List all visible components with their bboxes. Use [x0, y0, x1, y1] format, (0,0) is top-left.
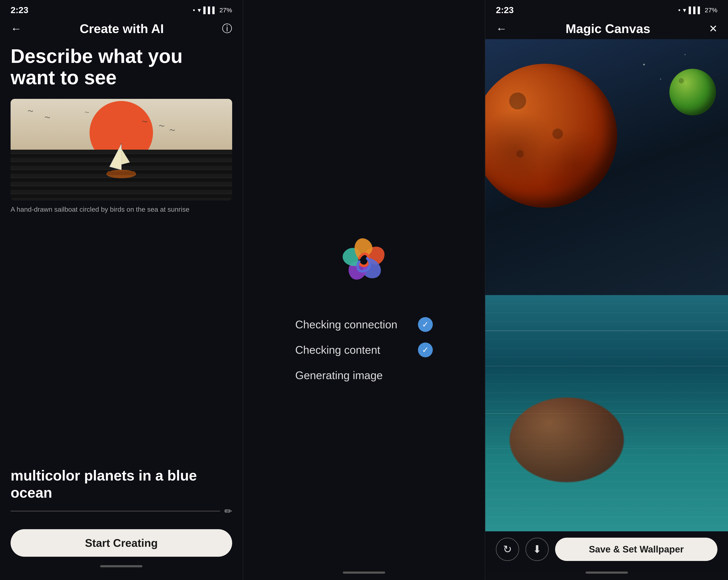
- check-content-icon: ✓: [418, 343, 433, 357]
- close-icon-3[interactable]: ✕: [709, 23, 718, 34]
- small-crater: [679, 78, 684, 83]
- home-indicator-1: [100, 565, 142, 567]
- bluetooth-icon-3: •: [678, 6, 681, 14]
- status-bar-3: 2:23 • ▾ ▌▌▌ 27%: [485, 0, 728, 18]
- page-title-3: Magic Canvas: [566, 21, 650, 36]
- wifi-icon-3: ▾: [683, 6, 686, 14]
- check-generating-label: Generating image: [295, 369, 383, 382]
- svg-marker-1: [110, 144, 121, 170]
- check-connection-label: Checking connection: [295, 318, 397, 331]
- crater-2: [552, 128, 563, 139]
- check-list: Checking connection ✓ Checking content ✓…: [295, 317, 433, 383]
- status-time-1: 2:23: [10, 5, 28, 15]
- screen1-body: Describe what you want to see 〜 〜 〜 〜 〜 …: [0, 39, 243, 580]
- ai-logo: [332, 228, 396, 292]
- planet-small: [669, 69, 716, 116]
- bluetooth-icon: •: [193, 6, 195, 14]
- download-button[interactable]: ⬇: [525, 538, 549, 561]
- wifi-icon: ▾: [198, 6, 201, 14]
- star-3: [684, 54, 686, 55]
- download-icon: ⬇: [533, 543, 542, 555]
- preview-caption: A hand-drawn sailboat circled by birds o…: [10, 205, 232, 214]
- star-2: [660, 78, 661, 80]
- edit-icon[interactable]: ✏: [224, 506, 232, 516]
- sailboat-scene: 〜 〜 〜 〜 〜 〜: [10, 99, 232, 200]
- check-item-content: Checking content ✓: [295, 343, 433, 357]
- svg-rect-4: [107, 171, 135, 175]
- sailboat-svg: [104, 137, 138, 179]
- check-content-label: Checking content: [295, 344, 380, 356]
- check-item-connection: Checking connection ✓: [295, 317, 433, 332]
- bird-2: 〜: [45, 114, 50, 122]
- foam-1: [485, 330, 728, 331]
- status-bar-2: [243, 0, 485, 18]
- start-creating-button[interactable]: Start Creating: [10, 529, 232, 557]
- prompt-underline-row: ✏: [10, 506, 232, 516]
- back-button-1[interactable]: ←: [10, 22, 22, 35]
- bird-1: 〜: [27, 107, 33, 116]
- checkmark-icon-1: ✓: [422, 320, 429, 329]
- back-button-3[interactable]: ←: [496, 22, 507, 35]
- crater-3: [516, 150, 524, 157]
- signal-icon: ▌▌▌: [203, 6, 217, 14]
- home-indicator-2: [343, 572, 385, 574]
- check-generating-icon: [418, 368, 433, 383]
- header-spacer-2: [243, 18, 485, 39]
- bottom-bar-3: ↻ ⬇ Save & Set Wallpaper: [485, 531, 728, 572]
- screen-magic-canvas: 2:23 • ▾ ▌▌▌ 27% ← Magic Canvas ✕: [485, 0, 728, 580]
- page-title-1: Create with AI: [80, 21, 164, 36]
- home-indicator-3: [586, 572, 628, 574]
- preview-card: 〜 〜 〜 〜 〜 〜: [10, 99, 232, 200]
- info-icon-1[interactable]: ⓘ: [222, 22, 232, 35]
- save-wallpaper-button[interactable]: Save & Set Wallpaper: [555, 538, 718, 561]
- status-icons-1: • ▾ ▌▌▌ 27%: [193, 6, 232, 14]
- bird-4: 〜: [159, 122, 165, 130]
- main-title-1: Describe what you want to see: [10, 46, 232, 88]
- header-1: ← Create with AI ⓘ: [0, 18, 243, 39]
- signal-icon-3: ▌▌▌: [688, 6, 702, 14]
- bird-6: 〜: [85, 109, 89, 116]
- check-connection-icon: ✓: [418, 317, 433, 332]
- battery-label: 27%: [219, 6, 232, 14]
- prompt-underline: [10, 511, 220, 511]
- screen-create-with-ai: 2:23 • ▾ ▌▌▌ 27% ← Create with AI ⓘ Desc…: [0, 0, 243, 580]
- check-item-generating: Generating image: [295, 368, 433, 383]
- status-time-3: 2:23: [496, 5, 514, 15]
- bird-3: 〜: [142, 118, 148, 126]
- screen2-body: Checking connection ✓ Checking content ✓…: [243, 39, 485, 572]
- prompt-area: multicolor planets in a blue ocean ✏: [10, 227, 232, 529]
- refresh-icon: ↻: [503, 543, 512, 555]
- status-bar-1: 2:23 • ▾ ▌▌▌ 27%: [0, 0, 243, 18]
- screen-loading: Checking connection ✓ Checking content ✓…: [243, 0, 486, 580]
- battery-label-3: 27%: [705, 6, 718, 14]
- bird-5: 〜: [169, 126, 175, 134]
- planet-reflection: [510, 398, 624, 482]
- svg-marker-2: [121, 149, 130, 165]
- header-3: ← Magic Canvas ✕: [485, 18, 728, 39]
- canvas-image: [485, 39, 728, 531]
- planets-scene: [485, 39, 728, 531]
- prompt-text[interactable]: multicolor planets in a blue ocean: [10, 467, 232, 502]
- crater-1: [509, 93, 526, 109]
- foam-2: [485, 366, 728, 367]
- status-icons-3: • ▾ ▌▌▌ 27%: [678, 6, 718, 14]
- checkmark-icon-2: ✓: [422, 345, 429, 355]
- star-1: [643, 64, 645, 66]
- refresh-button[interactable]: ↻: [496, 538, 519, 561]
